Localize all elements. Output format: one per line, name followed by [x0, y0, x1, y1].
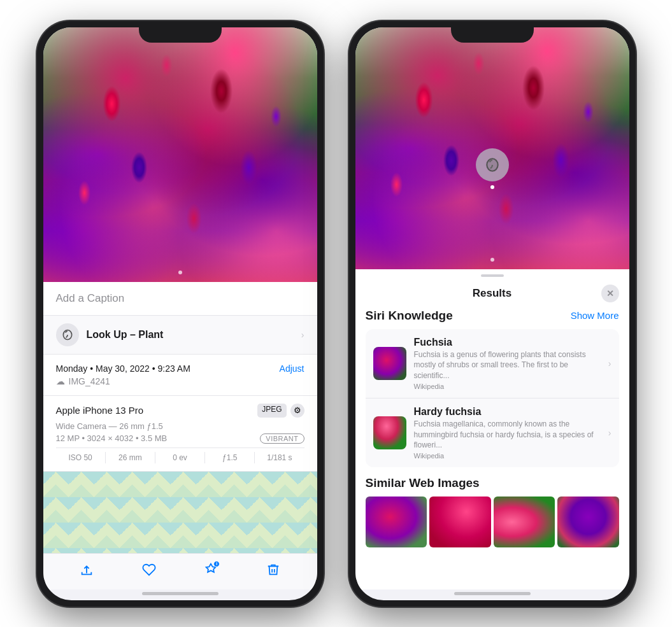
results-content: Siri Knowledge Show More Fuchsia Fuchsia… — [355, 309, 629, 589]
exif-row: ISO 50 26 mm 0 ev ƒ1.5 1/181 s — [56, 447, 304, 463]
results-title: Results — [383, 287, 601, 300]
photo-filename: IMG_4241 — [69, 376, 110, 386]
right-photo-display[interactable] — [355, 27, 629, 269]
similar-image-4[interactable] — [557, 497, 619, 547]
lookup-bold: Look Up – — [87, 329, 136, 340]
page-indicator — [178, 271, 182, 274]
hardy-chevron: › — [608, 428, 611, 438]
knowledge-item-fuchsia[interactable]: Fuchsia Fuchsia is a genus of flowering … — [366, 329, 619, 398]
similar-image-2[interactable] — [429, 497, 491, 547]
results-header: Results ✕ — [355, 279, 629, 309]
right-screen: Results ✕ Siri Knowledge Show More Fuc — [355, 27, 629, 600]
map-area[interactable] — [43, 472, 317, 553]
info-badge: i — [213, 561, 220, 567]
results-panel: Results ✕ Siri Knowledge Show More Fuc — [355, 269, 629, 589]
left-phone: Add a Caption Look Up – Plant › — [37, 21, 324, 607]
badge-row: JPEG ⚙ — [257, 404, 304, 418]
exif-aperture: ƒ1.5 — [205, 452, 255, 463]
photo-display[interactable] — [43, 27, 317, 282]
lookup-row[interactable]: Look Up – Plant › — [43, 316, 317, 355]
fuchsia-thumb-image — [373, 347, 406, 380]
favorite-button[interactable] — [142, 563, 156, 577]
siri-knowledge-title: Siri Knowledge — [366, 309, 453, 323]
right-page-indicator — [490, 258, 494, 262]
device-section: Apple iPhone 13 Pro JPEG ⚙ Wide Camera —… — [43, 396, 317, 472]
toolbar: i — [43, 553, 317, 589]
filename-row: ☁ IMG_4241 — [56, 376, 304, 386]
photo-date: Monday • May 30, 2022 • 9:23 AM — [56, 363, 190, 374]
visual-lookup-icon — [56, 323, 79, 346]
resolution-text: 12 MP • 3024 × 4032 • 3.5 MB — [56, 433, 168, 443]
map-background — [43, 472, 317, 553]
date-row: Monday • May 30, 2022 • 9:23 AM Adjust — [56, 363, 304, 374]
similar-title: Similar Web Images — [366, 476, 619, 490]
vibrant-badge: VIBRANT — [260, 433, 304, 444]
meta-section: Monday • May 30, 2022 • 9:23 AM Adjust ☁… — [43, 355, 317, 396]
exif-focal: 26 mm — [106, 452, 155, 463]
similar-image-1[interactable] — [366, 497, 427, 547]
hardy-thumbnail — [373, 416, 406, 449]
knowledge-card: Fuchsia Fuchsia is a genus of flowering … — [366, 329, 619, 468]
caption-area[interactable]: Add a Caption — [43, 282, 317, 316]
resolution-row: 12 MP • 3024 × 4032 • 3.5 MB VIBRANT — [56, 433, 304, 444]
flower-photo — [43, 27, 317, 282]
similar-images-row — [366, 497, 619, 547]
left-screen: Add a Caption Look Up – Plant › — [43, 27, 317, 600]
share-button[interactable] — [80, 563, 94, 577]
gear-badge: ⚙ — [290, 404, 304, 418]
device-row: Apple iPhone 13 Pro JPEG ⚙ — [56, 404, 304, 418]
cloud-icon: ☁ — [56, 376, 65, 386]
lookup-chevron: › — [301, 330, 304, 340]
lookup-subject: Plant — [138, 329, 163, 340]
camera-spec: Wide Camera — 26 mm ƒ1.5 — [56, 421, 304, 431]
fuchsia-chevron: › — [608, 358, 611, 369]
fuchsia-source: Wikipedia — [414, 383, 601, 390]
exif-ev: 0 ev — [155, 452, 205, 463]
fuchsia-text: Fuchsia Fuchsia is a genus of flowering … — [414, 337, 601, 390]
fuchsia-name: Fuchsia — [414, 337, 601, 348]
adjust-button[interactable]: Adjust — [280, 363, 304, 374]
fuchsia-desc: Fuchsia is a genus of flowering plants t… — [414, 349, 601, 381]
hardy-thumb-image — [373, 416, 406, 449]
hardy-desc: Fuchsia magellanica, commonly known as t… — [414, 419, 601, 451]
lookup-label: Look Up – Plant — [87, 329, 164, 341]
exif-shutter: 1/181 s — [255, 452, 304, 463]
home-bar — [142, 592, 218, 595]
right-phone: Results ✕ Siri Knowledge Show More Fuc — [349, 21, 636, 607]
right-home-bar — [454, 592, 531, 595]
hardy-name: Hardy fuchsia — [414, 406, 601, 418]
similar-section: Similar Web Images — [366, 476, 619, 547]
lookup-dot — [490, 185, 494, 189]
exif-iso: ISO 50 — [56, 452, 106, 463]
format-badge: JPEG — [257, 404, 286, 418]
delete-button[interactable] — [266, 563, 280, 577]
similar-image-3[interactable] — [494, 497, 555, 547]
caption-placeholder[interactable]: Add a Caption — [56, 292, 125, 304]
info-button[interactable]: i — [204, 563, 218, 577]
show-more-button[interactable]: Show More — [571, 310, 619, 321]
knowledge-item-hardy[interactable]: Hardy fuchsia Fuchsia magellanica, commo… — [366, 398, 619, 467]
hardy-source: Wikipedia — [414, 452, 601, 460]
siri-knowledge-header: Siri Knowledge Show More — [366, 309, 619, 323]
hardy-text: Hardy fuchsia Fuchsia magellanica, commo… — [414, 406, 601, 460]
close-button[interactable]: ✕ — [601, 285, 619, 302]
visual-lookup-button[interactable] — [476, 148, 509, 181]
device-name: Apple iPhone 13 Pro — [56, 405, 144, 416]
info-section: Add a Caption Look Up – Plant › — [43, 282, 317, 553]
fuchsia-thumbnail — [373, 347, 406, 380]
drag-handle[interactable] — [481, 274, 504, 277]
